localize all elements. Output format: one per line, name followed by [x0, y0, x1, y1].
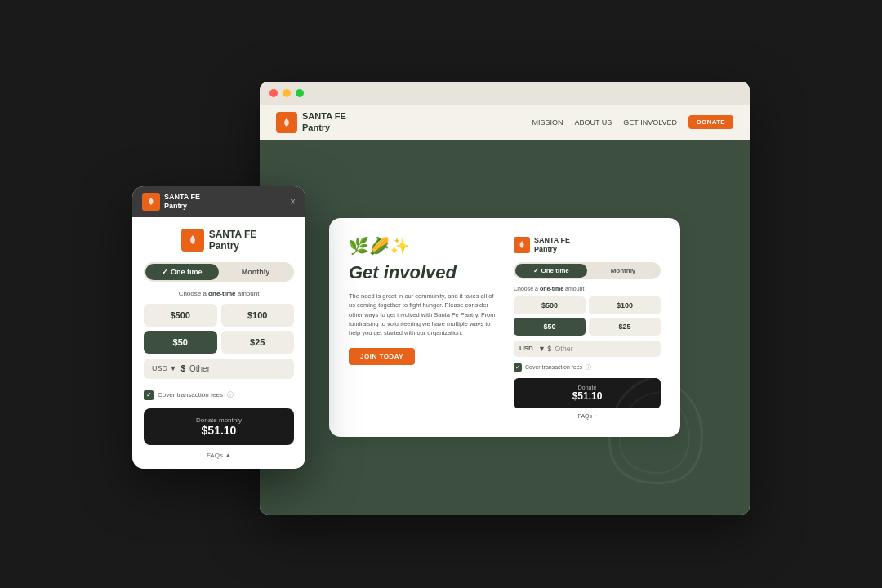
right-logo-icon — [514, 237, 530, 253]
amount-500-mobile[interactable]: $500 — [144, 304, 217, 327]
right-logo-text: SANTA FE Pantry — [534, 236, 570, 254]
donate-amount-mobile: $51.10 — [152, 424, 286, 437]
mobile-header-logo-icon — [142, 193, 160, 211]
toggle-one-time-mobile[interactable]: ✓ One time — [145, 264, 219, 280]
amount-50-mobile[interactable]: $50 — [144, 331, 217, 354]
mobile-center-logo: SANTA FE Pantry — [144, 229, 294, 252]
site-logo: SANTA FE Pantry — [276, 111, 346, 132]
amount-500-desktop[interactable]: $500 — [514, 296, 586, 314]
toggle-row-desktop[interactable]: ✓ One time Monthly — [514, 262, 661, 279]
cover-fees-label-desktop: Cover transaction fees — [525, 364, 582, 370]
usd-select-mobile[interactable]: USD ▼ — [152, 364, 176, 372]
mobile-center-logo-text: SANTA FE Pantry — [209, 229, 257, 252]
logo-icon-desktop — [276, 112, 297, 133]
other-row-mobile[interactable]: USD ▼ $ Other — [144, 359, 294, 379]
browser-window: SANTA FE Pantry MISSION ABOUT US GET INV… — [260, 82, 750, 514]
toggle-row-mobile[interactable]: ✓ One time Monthly — [144, 262, 294, 282]
toggle-monthly-mobile[interactable]: Monthly — [219, 264, 292, 280]
close-traffic-light[interactable] — [270, 89, 278, 97]
logo-text-desktop: SANTA FE Pantry — [302, 111, 346, 132]
amount-50-desktop[interactable]: $50 — [514, 318, 586, 336]
mobile-body: SANTA FE Pantry ✓ One time Monthly Choos… — [132, 217, 305, 469]
card-right-logo: SANTA FE Pantry — [514, 236, 661, 254]
dollar-sign-desktop: ▼ $ — [538, 345, 551, 353]
cover-fees-checkbox-desktop[interactable]: ✓ — [514, 363, 522, 372]
nav-about[interactable]: ABOUT US — [574, 118, 612, 127]
card-emoji-row: 🌿🌽✨ — [349, 236, 497, 256]
info-icon-desktop[interactable]: ⓘ — [586, 363, 591, 372]
nav-get-involved[interactable]: GET INVOLVED — [623, 118, 677, 127]
mobile-center-logo-icon — [181, 229, 204, 252]
card-left-section: 🌿🌽✨ Get involved The need is great in ou… — [349, 236, 497, 419]
donate-label-mobile: Donate monthly — [152, 416, 286, 424]
card-description: The need is great in our community, and … — [349, 292, 497, 337]
nav-mission[interactable]: MISSION — [532, 118, 563, 127]
other-row-desktop[interactable]: USD ▼ $ Other — [514, 341, 661, 357]
nav-donate-button[interactable]: DONATE — [688, 115, 733, 129]
other-label-mobile[interactable]: Other — [189, 364, 210, 373]
close-button-mobile[interactable]: × — [290, 196, 296, 207]
mobile-header-logo-text: SANTA FE Pantry — [164, 193, 200, 211]
nav-links: MISSION ABOUT US GET INVOLVED DONATE — [532, 115, 733, 129]
amount-grid-desktop: $500 $100 $50 $25 — [514, 296, 661, 336]
mobile-header-logo: SANTA FE Pantry — [142, 193, 200, 211]
donate-button-mobile[interactable]: Donate monthly $51.10 — [144, 408, 294, 445]
dollar-sign-mobile: $ — [180, 364, 185, 373]
join-today-button[interactable]: JOIN TODAY — [349, 348, 415, 365]
usd-label-desktop[interactable]: USD — [519, 345, 533, 352]
mobile-card-header: SANTA FE Pantry × — [132, 186, 305, 217]
amount-25-desktop[interactable]: $25 — [589, 318, 661, 336]
mobile-card: SANTA FE Pantry × SANTA FE Pantry ✓ One … — [132, 186, 305, 469]
other-label-desktop[interactable]: Other — [555, 345, 573, 353]
fullscreen-traffic-light[interactable] — [296, 89, 304, 97]
browser-chrome — [260, 82, 750, 105]
cover-fees-mobile[interactable]: ✓ Cover transaction fees ⓘ — [144, 390, 294, 400]
amount-grid-mobile: $500 $100 $50 $25 — [144, 304, 294, 354]
toggle-one-time-desktop[interactable]: ✓ One time — [515, 264, 587, 278]
info-icon-mobile[interactable]: ⓘ — [227, 390, 234, 399]
choose-label-mobile: Choose a one-time amount — [144, 290, 294, 297]
amount-100-desktop[interactable]: $100 — [589, 296, 661, 314]
site-content: 🌿🌽✨ Get involved The need is great in ou… — [260, 140, 750, 514]
choose-label-desktop: Choose a one-time amount — [514, 286, 661, 292]
site-nav: SANTA FE Pantry MISSION ABOUT US GET INV… — [260, 105, 750, 140]
amount-100-mobile[interactable]: $100 — [221, 304, 295, 327]
get-involved-title: Get involved — [349, 262, 497, 283]
donate-label-desktop: Donate — [520, 385, 654, 390]
faqs-link-mobile[interactable]: FAQs ▲ — [144, 452, 294, 459]
minimize-traffic-light[interactable] — [283, 89, 291, 97]
cover-fees-label-mobile: Cover transaction fees — [158, 391, 223, 399]
cover-fees-checkbox-mobile[interactable]: ✓ — [144, 390, 154, 400]
amount-25-mobile[interactable]: $25 — [221, 331, 295, 354]
toggle-monthly-desktop[interactable]: Monthly — [587, 264, 659, 278]
